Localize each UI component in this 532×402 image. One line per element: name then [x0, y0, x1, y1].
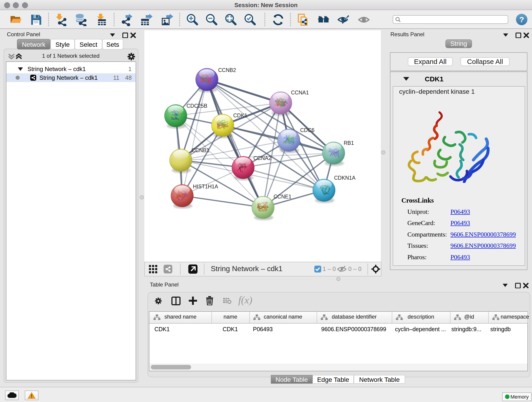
svg-text:HIST1H1A: HIST1H1A	[193, 184, 218, 190]
svg-text:CDC25B: CDC25B	[186, 103, 207, 109]
svg-text:CCNB1: CCNB1	[191, 147, 209, 153]
svg-text:CDC6: CDC6	[300, 127, 315, 133]
svg-text:RB1: RB1	[344, 140, 354, 146]
svg-text:CDK1: CDK1	[233, 113, 247, 119]
svg-text:CCNA1: CCNA1	[291, 89, 309, 96]
svg-text:CCNB2: CCNB2	[218, 67, 236, 73]
svg-text:CCNE1: CCNE1	[273, 194, 291, 200]
svg-text:CDKN1A: CDKN1A	[334, 175, 355, 181]
svg-text:CCNA2: CCNA2	[253, 155, 271, 161]
